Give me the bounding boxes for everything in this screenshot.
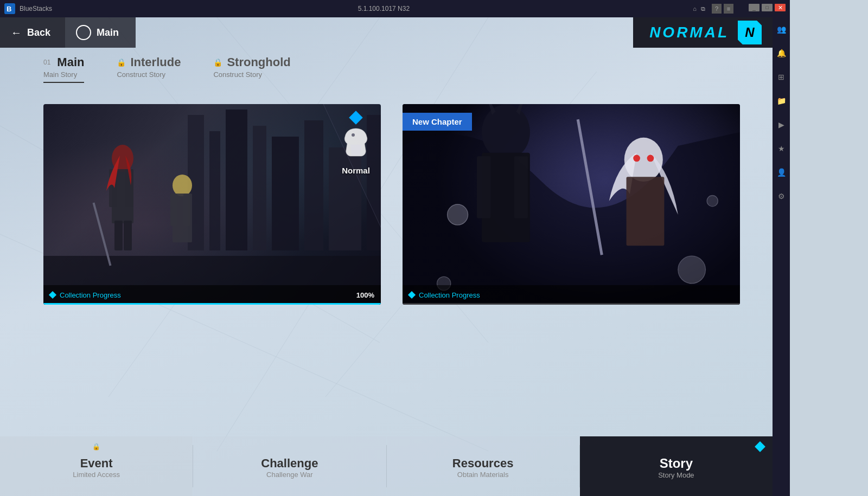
star-icon[interactable]: ★ [774,141,789,156]
challenge-sub: Challenge War [266,471,313,479]
mode-logo: N [738,21,762,44]
new-chapter-label: New Chapter [412,117,462,126]
right-sidebar: 👥 🔔 ⊞ 📁 ▶ ★ 👤 ⚙ [773,17,790,496]
svg-point-39 [647,155,654,162]
svg-rect-23 [114,221,123,250]
tab-main-sub: Main Story [43,70,84,79]
back-button[interactable]: ← Back [0,17,65,48]
event-label: Event [80,456,113,471]
svg-rect-34 [477,156,490,218]
mode-label: NORMAL [649,24,729,41]
tab-interlude-name: Interlude [130,55,181,69]
story-label: Story [660,456,693,471]
menu-button[interactable]: ≡ [724,4,733,14]
settings-icon[interactable]: ⚙ [774,189,789,204]
progress-bar-2 [403,303,740,305]
svg-point-43 [707,195,718,206]
chess-knight-icon [340,126,372,164]
users-icon[interactable]: 👥 [774,22,789,37]
back-arrow-icon: ← [11,27,22,39]
new-chapter-badge: New Chapter [403,113,472,131]
progress-diamond-2 [408,291,416,299]
app-version: 5.1.100.1017 N32 [358,5,693,12]
svg-point-38 [633,155,640,162]
svg-rect-28 [170,194,177,226]
tab-stronghold-name: Stronghold [227,55,290,69]
bottom-nav-story[interactable]: Story Story Mode [580,436,773,496]
tab-interlude[interactable]: 🔒 Interlude Construct Story [117,55,181,83]
main-label: Main [97,27,119,38]
collection-progress-2: Collection Progress [403,285,740,305]
svg-rect-13 [272,137,299,250]
svg-text:B: B [7,5,11,13]
close-button[interactable]: ✕ [775,4,786,11]
progress-fill-1 [43,303,381,305]
svg-point-30 [352,133,355,137]
window-controls: ? ≡ _ □ ✕ [712,4,786,14]
back-label: Back [27,27,50,38]
app-logo: B [4,3,15,14]
interlude-lock-icon: 🔒 [117,58,126,67]
bottom-nav-resources[interactable]: Resources Obtain Materials [387,436,579,496]
svg-rect-29 [183,194,190,226]
progress-label-1: Collection Progress [60,291,352,299]
progress-bar-1 [43,303,381,305]
main-content: ← Back Main NORMAL N 01 Main Main Story … [0,17,773,496]
event-sub: Limited Access [73,471,120,479]
user-icon[interactable]: 👤 [774,165,789,180]
tab-main-num: 01 [43,59,50,66]
tab-stronghold-sub: Construct Story [213,70,290,79]
main-circle-icon [76,25,91,40]
progress-diamond-1 [49,291,56,299]
resources-label: Resources [452,456,514,471]
chapter-card-1[interactable]: Normal Collection Progress 100% 01 Graff… [43,104,381,305]
cards-area: Normal Collection Progress 100% 01 Graff… [43,104,740,431]
svg-point-26 [173,175,192,196]
svg-rect-11 [226,109,247,250]
arrow-icon[interactable]: ▶ [774,117,789,132]
bell-icon[interactable]: 🔔 [774,46,789,61]
multi-icon[interactable]: ⧉ [701,5,705,12]
layers-icon[interactable]: ⊞ [774,69,789,85]
normal-badge-text: Normal [342,166,370,175]
maximize-button[interactable]: □ [762,4,773,11]
mode-section: NORMAL N [633,17,773,48]
title-bar-icons: ⌂ ⧉ [693,5,705,12]
title-bar: B BlueStacks 5.1.100.1017 N32 ⌂ ⧉ ? ≡ _ … [0,0,790,17]
card-image-2: New Chapter Collection Progress [403,104,740,305]
svg-point-40 [448,204,468,225]
resources-sub: Obtain Materials [457,471,509,479]
svg-rect-12 [253,126,266,250]
stronghold-lock-icon: 🔒 [213,58,222,67]
svg-rect-37 [627,177,665,246]
challenge-label: Challenge [261,456,318,471]
svg-point-41 [678,256,706,284]
help-button[interactable]: ? [712,4,722,14]
svg-rect-10 [209,131,220,250]
progress-pct-1: 100% [356,291,374,299]
card-image-1: Normal Collection Progress 100% [43,104,381,305]
top-nav: ← Back Main NORMAL N [0,17,773,48]
mode-letter: N [745,25,754,40]
svg-rect-35 [514,156,528,218]
bottom-nav-challenge[interactable]: Challenge Challenge War [193,436,386,496]
bottom-nav-event[interactable]: Event Limited Access [0,436,193,496]
story-active-diamond [755,441,765,452]
svg-rect-24 [124,221,132,250]
normal-badge-diamond [349,111,362,124]
tabs-section: 01 Main Main Story 🔒 Interlude Construct… [43,55,291,83]
bottom-nav: Event Limited Access Challenge Challenge… [0,436,773,496]
tab-stronghold[interactable]: 🔒 Stronghold Construct Story [213,55,290,83]
main-button[interactable]: Main [65,17,136,48]
minimize-button[interactable]: _ [749,4,760,11]
tab-main[interactable]: 01 Main Main Story [43,55,84,83]
folder-icon[interactable]: 📁 [774,93,789,108]
tab-main-title-row: 01 Main [43,55,84,69]
home-icon[interactable]: ⌂ [693,5,697,12]
collection-progress-1: Collection Progress 100% [43,285,381,305]
tab-interlude-title-row: 🔒 Interlude [117,55,181,69]
svg-point-32 [482,105,530,160]
svg-rect-14 [304,120,323,250]
app-title: BlueStacks [20,5,355,12]
chapter-card-2[interactable]: New Chapter Collection Progress 02 Journ… [403,104,740,305]
